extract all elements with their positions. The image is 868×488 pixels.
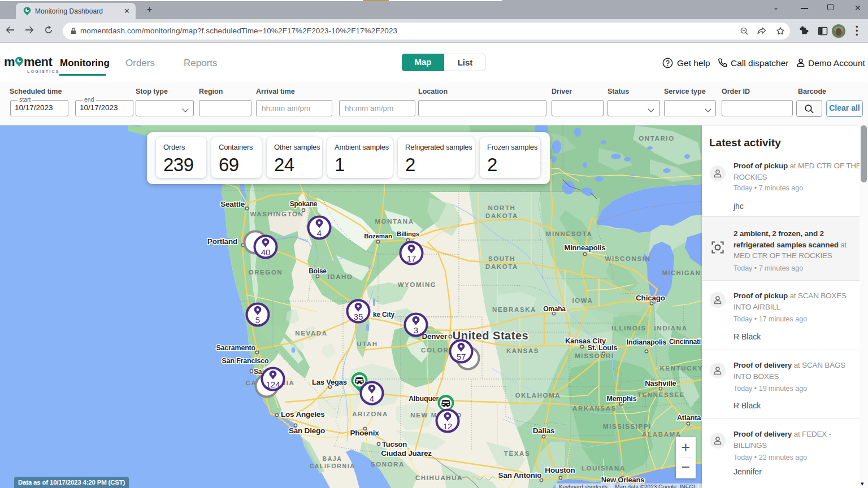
svg-text:Chicago: Chicago bbox=[636, 294, 665, 302]
svg-text:Seattle: Seattle bbox=[220, 200, 245, 208]
svg-text:Cincinnati: Cincinnati bbox=[669, 338, 701, 346]
svg-text:OREGON: OREGON bbox=[249, 269, 283, 276]
svg-text:San Francisco: San Francisco bbox=[222, 357, 269, 365]
svg-text:Dallas: Dallas bbox=[533, 426, 555, 435]
svg-text:ARKANSAS: ARKANSAS bbox=[572, 405, 617, 412]
svg-text:Houston: Houston bbox=[545, 466, 575, 474]
svg-text:KENTUCKY: KENTUCKY bbox=[660, 365, 702, 372]
svg-text:SONORA: SONORA bbox=[371, 461, 405, 468]
svg-text:Las Vegas: Las Vegas bbox=[312, 378, 347, 386]
svg-text:San Diego: San Diego bbox=[289, 426, 325, 435]
svg-text:17: 17 bbox=[407, 254, 416, 263]
svg-text:LOUISIANA: LOUISIANA bbox=[581, 465, 626, 472]
svg-text:OKLAHOMA: OKLAHOMA bbox=[515, 392, 561, 399]
svg-text:4: 4 bbox=[370, 394, 374, 403]
svg-text:Omaha: Omaha bbox=[543, 305, 566, 313]
svg-text:MONTANA: MONTANA bbox=[375, 218, 414, 225]
svg-text:Spokane: Spokane bbox=[290, 200, 318, 208]
svg-text:IDAHO: IDAHO bbox=[327, 273, 353, 280]
svg-text:ILLINOIS: ILLINOIS bbox=[611, 325, 646, 332]
svg-text:SOUTH: SOUTH bbox=[488, 255, 515, 262]
svg-text:4: 4 bbox=[317, 228, 322, 238]
svg-text:40: 40 bbox=[261, 247, 271, 257]
svg-text:MISSOURI: MISSOURI bbox=[575, 352, 614, 359]
svg-text:Sacramento: Sacramento bbox=[216, 344, 255, 352]
svg-text:57: 57 bbox=[457, 352, 466, 361]
svg-text:Los Angeles: Los Angeles bbox=[281, 410, 325, 419]
svg-text:TENNESSEE: TENNESSEE bbox=[637, 391, 685, 398]
svg-text:Bozeman: Bozeman bbox=[364, 233, 392, 239]
svg-text:MICHIGAN: MICHIGAN bbox=[662, 269, 701, 276]
svg-text:124: 124 bbox=[266, 380, 280, 389]
svg-text:Minneapolis: Minneapolis bbox=[565, 243, 606, 252]
svg-text:Phoenix: Phoenix bbox=[350, 429, 379, 437]
svg-text:Portland: Portland bbox=[207, 237, 237, 246]
svg-text:NEBRASKA: NEBRASKA bbox=[492, 306, 536, 313]
svg-text:Tucson: Tucson bbox=[382, 440, 407, 448]
svg-text:Billings: Billings bbox=[397, 230, 419, 237]
svg-text:ke City: ke City bbox=[373, 311, 394, 319]
svg-text:WISCONSIN: WISCONSIN bbox=[605, 255, 651, 262]
svg-text:UTAH: UTAH bbox=[357, 341, 378, 347]
svg-text:MINNESOTA: MINNESOTA bbox=[546, 230, 593, 237]
svg-text:Nashville: Nashville bbox=[645, 379, 676, 387]
svg-text:INDIANA: INDIANA bbox=[654, 325, 687, 332]
svg-text:5: 5 bbox=[255, 315, 260, 325]
svg-text:Atlanta: Atlanta bbox=[677, 413, 702, 422]
svg-text:Sa: Sa bbox=[254, 368, 262, 376]
svg-text:San Antonio: San Antonio bbox=[498, 471, 542, 480]
svg-text:St. Louis: St. Louis bbox=[587, 343, 617, 352]
svg-text:ARIZONA: ARIZONA bbox=[352, 411, 388, 417]
svg-text:Denver: Denver bbox=[422, 332, 448, 341]
svg-text:3: 3 bbox=[414, 325, 418, 335]
svg-text:NEVADA: NEVADA bbox=[295, 330, 327, 337]
svg-text:35: 35 bbox=[354, 312, 363, 321]
svg-text:DAKOTA: DAKOTA bbox=[485, 212, 518, 219]
svg-text:12: 12 bbox=[443, 421, 453, 431]
svg-text:CHIHUAHUA: CHIHUAHUA bbox=[415, 474, 463, 481]
svg-text:MISSISSIPPI: MISSISSIPPI bbox=[603, 423, 652, 430]
svg-text:CALIFORNIA: CALIFORNIA bbox=[310, 463, 355, 469]
svg-text:WASHINGTON: WASHINGTON bbox=[250, 211, 303, 217]
svg-text:Memphis: Memphis bbox=[607, 395, 637, 403]
svg-text:Ciudad Juárez: Ciudad Juárez bbox=[381, 449, 432, 457]
svg-text:New Orleans: New Orleans bbox=[601, 476, 645, 484]
svg-text:IOWA: IOWA bbox=[572, 297, 593, 304]
svg-text:DAKOTA: DAKOTA bbox=[485, 263, 518, 270]
svg-text:Boise: Boise bbox=[309, 267, 327, 275]
svg-text:WYOMING: WYOMING bbox=[398, 281, 437, 288]
svg-text:KANSAS: KANSAS bbox=[506, 347, 539, 354]
svg-text:BAJA: BAJA bbox=[323, 455, 342, 462]
svg-text:Indianapolis: Indianapolis bbox=[627, 338, 667, 346]
svg-text:TEXAS: TEXAS bbox=[504, 450, 530, 457]
svg-text:NORTH: NORTH bbox=[488, 204, 516, 211]
svg-text:ONTARIO: ONTARIO bbox=[639, 135, 674, 142]
